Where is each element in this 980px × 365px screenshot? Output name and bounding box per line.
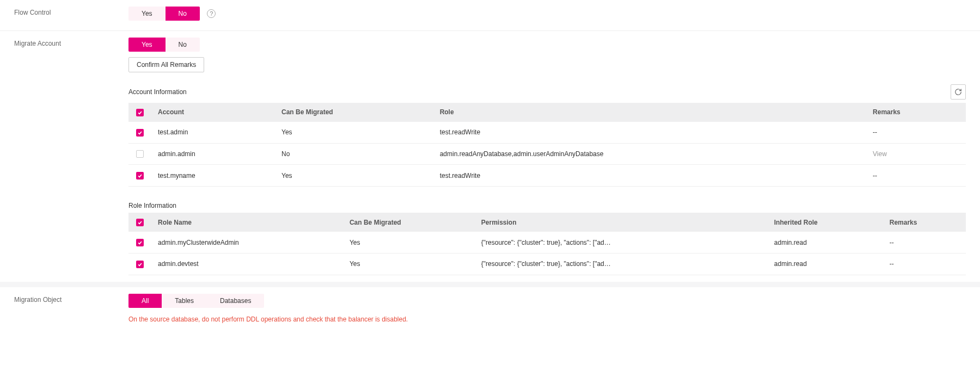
table-row: test.adminYestest.readWrite--: [128, 122, 966, 143]
permission-cell: {"resource": {"cluster": true}, "actions…: [475, 253, 768, 275]
account-header: Account: [151, 103, 275, 122]
permission-header: Permission: [475, 213, 768, 232]
migration-object-databases[interactable]: Databases: [207, 294, 264, 308]
role-name-header: Role Name: [151, 213, 343, 232]
row-checkbox[interactable]: [136, 150, 144, 158]
flow-control-no[interactable]: No: [166, 7, 200, 21]
inherited-cell: admin.read: [768, 253, 883, 275]
migrate-account-no[interactable]: No: [166, 38, 200, 52]
flow-control-yes[interactable]: Yes: [128, 7, 166, 21]
migration-warning-text: On the source database, do not perform D…: [128, 315, 966, 323]
refresh-button[interactable]: [951, 84, 966, 100]
role-remarks-cell: --: [883, 253, 966, 275]
refresh-icon: [954, 88, 962, 96]
migration-object-all[interactable]: All: [128, 294, 162, 308]
permission-cell: {"resource": {"cluster": true}, "actions…: [475, 232, 768, 253]
row-checkbox[interactable]: [136, 239, 144, 246]
account-info-table: Account Can Be Migrated Role Remarks tes…: [128, 103, 966, 187]
role-cell: test.readWrite: [433, 122, 866, 143]
row-checkbox[interactable]: [136, 261, 144, 268]
inherited-cell: admin.read: [768, 232, 883, 253]
row-checkbox[interactable]: [136, 129, 144, 137]
remarks-cell: --: [866, 122, 966, 143]
migrate-account-label: Migrate Account: [14, 38, 128, 47]
account-cell: test.myname: [151, 165, 275, 187]
remarks-cell[interactable]: View: [866, 143, 966, 165]
row-checkbox[interactable]: [136, 172, 144, 180]
section-spacer: [0, 282, 980, 287]
inherited-role-header: Inherited Role: [768, 213, 883, 232]
remarks-cell: --: [866, 165, 966, 187]
account-cell: admin.admin: [151, 143, 275, 165]
remarks-header: Remarks: [866, 103, 966, 122]
can-be-migrated-header: Can Be Migrated: [275, 103, 433, 122]
migrate-account-section: Migrate Account Yes No Confirm All Remar…: [0, 31, 980, 282]
account-cell: test.admin: [151, 122, 275, 143]
migration-object-toggle: All Tables Databases: [128, 294, 264, 308]
select-all-roles-checkbox[interactable]: [136, 219, 144, 226]
migrate-account-yes[interactable]: Yes: [128, 38, 166, 52]
role-header: Role: [433, 103, 866, 122]
migration-object-section: Migration Object All Tables Databases On…: [0, 287, 980, 330]
flow-control-label: Flow Control: [14, 7, 128, 16]
role-info-table: Role Name Can Be Migrated Permission Inh…: [128, 213, 966, 275]
role-cell: admin.readAnyDatabase,admin.userAdminAny…: [433, 143, 866, 165]
can-cell: Yes: [275, 122, 433, 143]
role-can-cell: Yes: [343, 232, 475, 253]
can-cell: Yes: [275, 165, 433, 187]
role-remarks-header: Remarks: [883, 213, 966, 232]
table-row: admin.devtestYes{"resource": {"cluster":…: [128, 253, 966, 275]
migration-object-label: Migration Object: [14, 294, 128, 304]
table-row: admin.myClusterwideAdminYes{"resource": …: [128, 232, 966, 253]
can-cell: No: [275, 143, 433, 165]
role-name-cell: admin.devtest: [151, 253, 343, 275]
role-cell: test.readWrite: [433, 165, 866, 187]
help-icon[interactable]: ?: [207, 9, 216, 18]
role-remarks-cell: --: [883, 232, 966, 253]
role-info-title: Role Information: [128, 202, 176, 209]
table-row: test.mynameYestest.readWrite--: [128, 165, 966, 187]
migration-object-tables[interactable]: Tables: [162, 294, 207, 308]
role-name-cell: admin.myClusterwideAdmin: [151, 232, 343, 253]
account-info-title: Account Information: [128, 88, 187, 96]
migrate-account-toggle: Yes No: [128, 38, 200, 52]
flow-control-toggle: Yes No: [128, 7, 200, 21]
role-can-cell: Yes: [343, 253, 475, 275]
select-all-accounts-checkbox[interactable]: [136, 109, 144, 116]
confirm-all-remarks-button[interactable]: Confirm All Remarks: [128, 57, 204, 72]
table-row: admin.adminNoadmin.readAnyDatabase,admin…: [128, 143, 966, 165]
role-can-be-migrated-header: Can Be Migrated: [343, 213, 475, 232]
flow-control-section: Flow Control Yes No ?: [0, 0, 980, 27]
